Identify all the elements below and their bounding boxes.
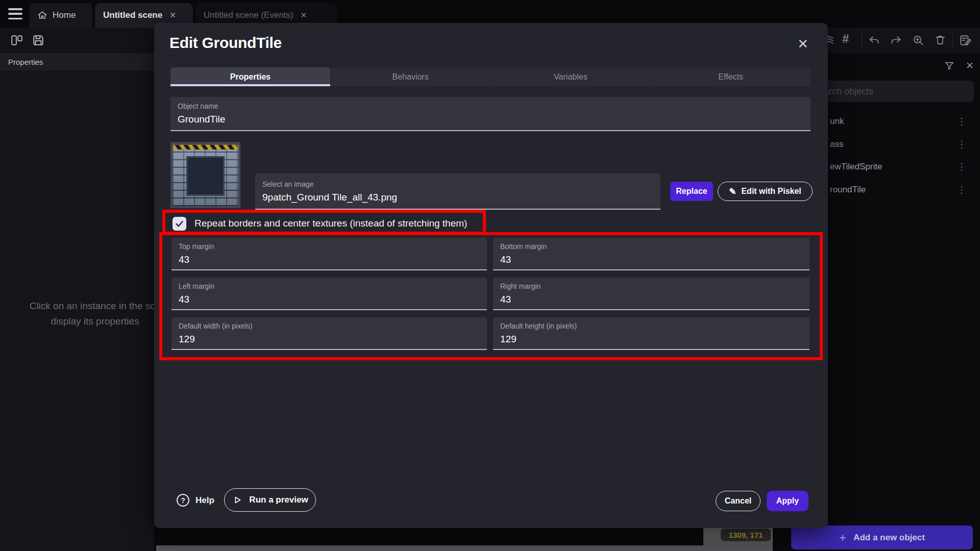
properties-panel-title: Properties xyxy=(8,58,43,66)
zoom-icon[interactable] xyxy=(912,34,925,47)
close-dialog-icon[interactable]: ✕ xyxy=(797,36,808,52)
replace-button[interactable]: Replace xyxy=(670,182,713,201)
pencil-icon: ✎ xyxy=(729,186,736,197)
edit-scene-properties-icon[interactable] xyxy=(959,34,972,47)
edit-object-dialog: Edit GroundTile ✕ Properties Behaviors V… xyxy=(154,23,828,528)
tab-scene-label: Untitled scene xyxy=(103,10,162,20)
hamburger-menu-icon[interactable] xyxy=(8,8,22,19)
object-list-item[interactable]: ewTiledSprite ⋮ xyxy=(812,156,974,178)
add-new-object-button[interactable]: + Add a new object xyxy=(791,525,973,549)
select-image-label: Select an image xyxy=(262,180,653,188)
item-menu-icon[interactable]: ⋮ xyxy=(957,161,967,172)
left-margin-field[interactable]: Left margin 43 xyxy=(172,278,487,310)
tab-home-label: Home xyxy=(53,10,76,20)
checkbox-label: Repeat borders and center textures (inst… xyxy=(194,218,467,229)
cancel-button[interactable]: Cancel xyxy=(716,491,761,511)
edit-with-piskel-button[interactable]: ✎ Edit with Piskel xyxy=(718,182,813,201)
dialog-tab-bar: Properties Behaviors Variables Effects xyxy=(170,67,811,86)
save-icon[interactable] xyxy=(32,34,45,47)
bottom-margin-field[interactable]: Bottom margin 43 xyxy=(493,238,810,270)
question-icon: ? xyxy=(177,494,189,507)
repeat-borders-checkbox-row[interactable]: Repeat borders and center textures (inst… xyxy=(173,216,467,231)
plus-icon: + xyxy=(839,531,846,545)
tab-home[interactable]: Home xyxy=(29,3,92,28)
checkmark-icon xyxy=(175,219,184,229)
cursor-coordinates-badge: 1309, 171 xyxy=(721,529,771,541)
item-menu-icon[interactable]: ⋮ xyxy=(957,184,967,195)
object-list-item[interactable]: unk ⋮ xyxy=(812,110,974,133)
apply-button[interactable]: Apply xyxy=(767,491,808,511)
object-list-item[interactable]: roundTile ⋮ xyxy=(812,179,974,201)
tab-effects[interactable]: Effects xyxy=(651,67,811,86)
run-preview-button[interactable]: Run a preview xyxy=(224,488,316,512)
default-height-field[interactable]: Default height (in pixels) 129 xyxy=(493,317,810,350)
default-width-field[interactable]: Default width (in pixels) 129 xyxy=(172,317,487,350)
grid-icon[interactable]: # xyxy=(842,32,849,46)
tab-properties[interactable]: Properties xyxy=(170,67,331,86)
undo-icon[interactable] xyxy=(868,34,881,47)
object-list-item[interactable]: ass ⋮ xyxy=(812,133,974,156)
dialog-title: Edit GroundTile xyxy=(169,34,282,52)
trash-icon[interactable] xyxy=(934,34,946,46)
object-name-value: GroundTile xyxy=(178,114,803,125)
search-objects-input[interactable]: earch objects xyxy=(812,81,974,102)
sprite-thumbnail[interactable] xyxy=(170,142,240,208)
select-image-field[interactable]: Select an image 9patch_Ground Tile_all_4… xyxy=(255,173,660,210)
close-tab-icon[interactable]: ✕ xyxy=(167,10,178,21)
play-icon xyxy=(232,494,243,506)
tab-variables[interactable]: Variables xyxy=(491,67,651,86)
image-filename: 9patch_Ground Tile_all_43.png xyxy=(262,192,653,203)
filter-icon[interactable] xyxy=(944,60,955,71)
scene-canvas-bottom-strip xyxy=(156,545,773,551)
item-menu-icon[interactable]: ⋮ xyxy=(957,116,967,127)
home-icon xyxy=(37,10,47,20)
tab-behaviors[interactable]: Behaviors xyxy=(331,67,491,86)
help-button[interactable]: ? Help xyxy=(177,494,214,507)
checkbox-checked[interactable] xyxy=(173,217,186,231)
tab-events-label: Untitled scene (Events) xyxy=(204,10,293,20)
top-margin-field[interactable]: Top margin 43 xyxy=(172,238,487,270)
close-tab-icon[interactable]: ✕ xyxy=(299,10,309,21)
redo-icon[interactable] xyxy=(889,34,902,47)
object-name-field[interactable]: Object name GroundTile xyxy=(170,97,811,131)
panels-layout-icon[interactable] xyxy=(10,34,23,47)
item-menu-icon[interactable]: ⋮ xyxy=(957,139,967,150)
nine-patch-tile-image xyxy=(173,144,238,206)
object-name-label: Object name xyxy=(178,102,803,110)
close-panel-icon[interactable]: ✕ xyxy=(966,60,974,71)
properties-panel-header: Properties xyxy=(0,53,154,70)
right-margin-field[interactable]: Right margin 43 xyxy=(493,278,810,310)
